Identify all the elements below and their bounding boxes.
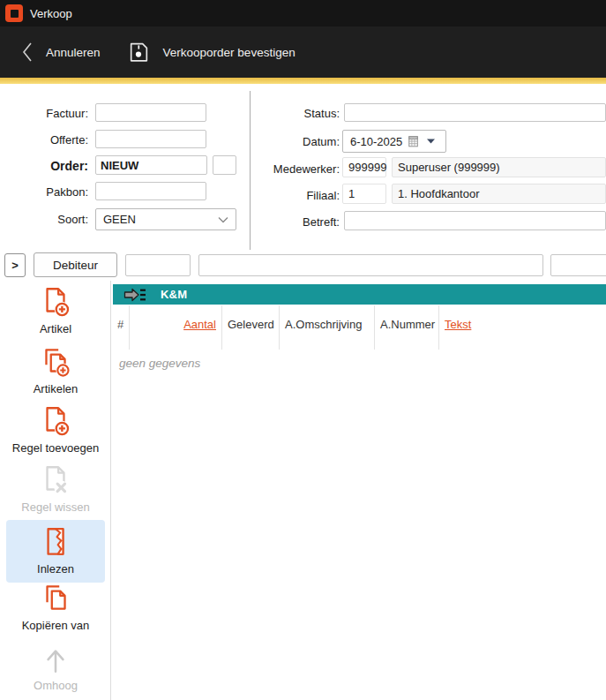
sidebar-item-label: Kopiëren van [22, 619, 90, 632]
soort-value: GEEN [103, 213, 136, 226]
read-in-icon [38, 524, 73, 560]
soort-label: Soort: [0, 213, 88, 226]
column-header-tekst[interactable]: Tekst [439, 305, 501, 350]
sidebar-item-kopieren-van[interactable]: Kopiëren van [0, 581, 111, 632]
insert-row-icon [123, 288, 146, 302]
debiteur-extra-input[interactable] [550, 254, 606, 276]
offerte-input[interactable] [95, 130, 206, 148]
toolbar: Annuleren Verkooporder bevestigen [0, 26, 606, 78]
row-add-icon [38, 403, 73, 439]
app-logo-icon [5, 4, 23, 22]
sidebar-item-artikelen[interactable]: Artikelen [0, 344, 111, 395]
title-bar: Verkoop [0, 0, 606, 26]
verkoop-window: Verkoop Annuleren Verkooporder bevestige… [0, 0, 606, 700]
soort-select[interactable]: GEEN [95, 208, 236, 230]
sidebar-item-label: Artikelen [34, 382, 79, 395]
cancel-button[interactable]: Annuleren [21, 41, 101, 64]
column-header-index: # [113, 305, 130, 350]
pakbon-input[interactable] [95, 182, 206, 200]
medewerker-label: Medewerker: [251, 162, 340, 176]
debiteur-button[interactable]: Debiteur [34, 252, 117, 277]
pakbon-label: Pakbon: [0, 185, 88, 199]
order-input[interactable] [95, 155, 207, 175]
cancel-label: Annuleren [46, 46, 101, 59]
sidebar-item-label: Artikel [40, 322, 71, 335]
row-delete-icon [38, 463, 73, 498]
order-suffix-input[interactable] [213, 155, 236, 175]
copy-icon [38, 581, 73, 616]
factuur-label: Factuur: [0, 107, 88, 120]
column-header-geleverd: Geleverd [222, 305, 280, 350]
column-header-nummer: A.Nummer [375, 305, 439, 350]
document-add-icon [38, 284, 73, 320]
medewerker-name-field: Superuser (999999) [392, 157, 606, 177]
factuur-input[interactable] [95, 103, 206, 122]
sidebar-item-label: Regel toevoegen [12, 441, 99, 455]
datum-value: 6-10-2025 [350, 135, 402, 148]
arrow-up-icon [38, 641, 73, 676]
filiaal-code-field[interactable]: 1 [342, 184, 386, 204]
back-chevron-icon [21, 41, 34, 64]
debiteur-name-input[interactable] [198, 254, 543, 276]
calendar-icon [408, 136, 421, 147]
datum-datepicker[interactable]: 6-10-2025 [342, 130, 446, 153]
form-divider [250, 91, 251, 250]
offerte-label: Offerte: [0, 133, 88, 147]
sidebar-item-label: Inlezen [37, 562, 74, 576]
group-header-bar: K&M [113, 284, 606, 305]
status-input[interactable] [344, 103, 606, 122]
sidebar-item-label: Omhoog [34, 679, 78, 692]
sidebar-item-inlezen[interactable]: Inlezen [6, 520, 105, 583]
filiaal-label: Filiaal: [251, 189, 340, 202]
empty-grid-message: geen gegevens [119, 357, 200, 370]
group-title: K&M [161, 288, 187, 301]
order-label: Order: [0, 159, 88, 173]
debiteur-code-input[interactable] [125, 254, 191, 276]
sidebar-item-omhoog: Omhoog [0, 641, 111, 692]
betreft-input[interactable] [344, 211, 606, 230]
confirm-order-label: Verkooporder bevestigen [163, 46, 296, 59]
column-header-aantal[interactable]: Aantal [130, 305, 222, 350]
medewerker-code-field[interactable]: 999999 [342, 157, 386, 177]
save-icon [127, 41, 151, 64]
filiaal-name-field: 1. Hoofdkantoor [392, 184, 606, 204]
sidebar-item-regel-wissen: Regel wissen [0, 463, 111, 514]
datum-label: Datum: [251, 135, 340, 148]
window-title: Verkoop [30, 7, 72, 20]
status-label: Status: [251, 107, 340, 120]
betreft-label: Betreft: [251, 215, 340, 229]
column-header-omschrijving: A.Omschrijving [280, 305, 375, 350]
sidebar-item-label: Regel wissen [21, 501, 89, 514]
confirm-order-button[interactable]: Verkooporder bevestigen [127, 41, 296, 64]
expand-button[interactable]: > [4, 253, 26, 277]
sidebar-item-artikel[interactable]: Artikel [0, 284, 111, 335]
sidebar-item-regel-toevoegen[interactable]: Regel toevoegen [0, 403, 111, 455]
date-dropdown-arrow-icon [427, 139, 435, 144]
chevron-down-icon [218, 216, 228, 223]
accent-line [0, 78, 606, 84]
documents-add-icon [38, 344, 73, 380]
